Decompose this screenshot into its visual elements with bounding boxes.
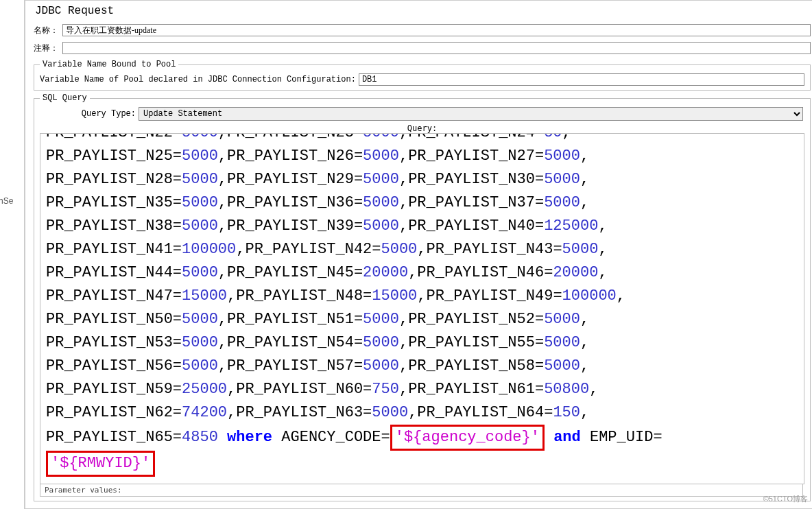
highlight-agency-code: '${agency_code}' [390,425,545,451]
query-type-select[interactable]: Update Statement [139,107,803,121]
comment-row: 注释： [34,42,812,54]
query-textarea[interactable]: PR_PAYLIST_N22=5000,PR_PAYLIST_N23=5000,… [40,133,804,484]
comment-label: 注释： [34,43,62,54]
pool-fieldset: Variable Name Bound to Pool Variable Nam… [34,60,811,91]
sql-fieldset: SQL Query Query Type: Update Statement Q… [34,93,811,501]
query-type-row: Query Type: Update Statement [40,107,804,121]
panel-title: JDBC Request [34,5,812,17]
highlight-rmwyid: '${RMWYID}' [46,451,155,477]
left-panel-cutoff: chSe [0,0,25,509]
query-label: Query: [40,123,804,133]
pool-legend: Variable Name Bound to Pool [40,60,178,69]
name-row: 名称： [34,24,812,36]
pool-row: Variable Name of Pool declared in JDBC C… [40,73,804,86]
pool-input[interactable] [359,73,804,86]
pool-label: Variable Name of Pool declared in JDBC C… [40,75,356,84]
query-type-label: Query Type: [40,109,136,119]
comment-input[interactable] [62,42,811,54]
jdbc-request-panel: JDBC Request 名称： 注释： Variable Name Bound… [25,0,812,509]
parameter-values-label: Parameter values: [40,484,803,497]
left-cutoff-text: chSe [0,196,13,206]
watermark: ©51CTO博客 [763,494,808,504]
sql-legend: SQL Query [40,93,90,103]
name-input[interactable] [62,24,811,36]
name-label: 名称： [34,25,62,36]
